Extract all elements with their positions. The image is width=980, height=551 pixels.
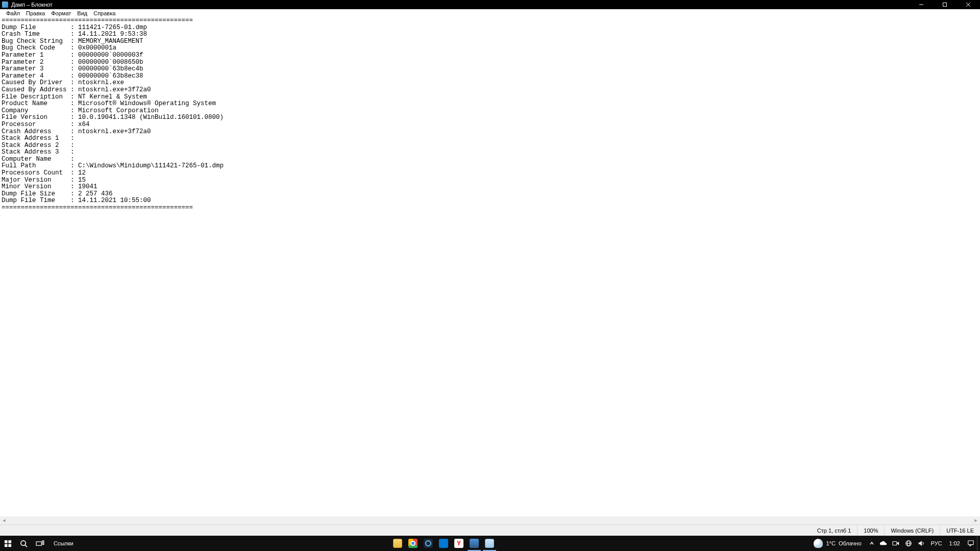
menu-view[interactable]: Вид xyxy=(74,10,90,16)
svg-rect-12 xyxy=(42,543,44,544)
window-titlebar: Дамп – Блокнот xyxy=(0,0,980,9)
svg-point-8 xyxy=(21,540,26,545)
taskbar-app-explorer[interactable] xyxy=(390,536,405,551)
notepad-statusbar: Стр 1, стлб 1 100% Windows (CRLF) UTF-16… xyxy=(0,524,980,536)
tray-overflow-button[interactable] xyxy=(867,536,877,551)
weather-cond: Облачно xyxy=(839,540,862,546)
text-editor[interactable]: ========================================… xyxy=(0,17,980,516)
close-button[interactable] xyxy=(957,0,980,9)
search-button[interactable] xyxy=(16,536,32,551)
svg-marker-18 xyxy=(919,541,922,546)
scroll-right-icon[interactable]: ► xyxy=(972,516,980,524)
weather-icon xyxy=(814,539,823,548)
taskbar-app-running1[interactable] xyxy=(467,536,482,551)
menu-format[interactable]: Формат xyxy=(48,10,74,16)
tray-network-icon[interactable] xyxy=(902,536,915,551)
svg-rect-13 xyxy=(893,542,897,545)
status-encoding: UTF-16 LE xyxy=(940,525,980,536)
taskbar-left: Ссылки xyxy=(0,536,79,551)
taskbar-app-yandex[interactable]: Y xyxy=(451,536,467,551)
svg-rect-11 xyxy=(42,540,44,542)
status-lineending: Windows (CRLF) xyxy=(884,525,940,536)
minimize-button[interactable] xyxy=(910,0,933,9)
tray-meet-now-icon[interactable] xyxy=(890,536,902,551)
editor-area: ========================================… xyxy=(0,17,980,536)
svg-rect-4 xyxy=(5,540,8,543)
svg-rect-6 xyxy=(5,544,8,547)
maximize-button[interactable] xyxy=(933,0,957,9)
menu-edit[interactable]: Правка xyxy=(23,10,48,16)
taskbar-app-steam[interactable] xyxy=(421,536,436,551)
tray-notifications-icon[interactable] xyxy=(964,536,977,551)
horizontal-scrollbar[interactable]: ◄ ► xyxy=(0,516,980,524)
taskbar-apps: Y xyxy=(79,536,809,551)
svg-rect-10 xyxy=(36,541,41,545)
task-view-button[interactable] xyxy=(32,536,48,551)
svg-line-9 xyxy=(25,545,27,547)
taskbar-app-notepad[interactable] xyxy=(482,536,497,551)
taskbar-app-chrome[interactable] xyxy=(405,536,421,551)
tray-onedrive-icon[interactable] xyxy=(877,536,890,551)
taskbar-app-media[interactable] xyxy=(436,536,451,551)
scroll-left-icon[interactable]: ◄ xyxy=(0,516,8,524)
svg-rect-5 xyxy=(8,540,11,543)
window-title: Дамп – Блокнот xyxy=(11,2,910,8)
status-position: Стр 1, стлб 1 xyxy=(811,525,857,536)
tray-volume-icon[interactable] xyxy=(915,536,928,551)
svg-marker-14 xyxy=(897,542,899,545)
taskbar-tray: 1°C Облачно РУС 1:02 xyxy=(808,536,980,551)
tray-language[interactable]: РУС xyxy=(928,536,945,551)
tray-clock[interactable]: 1:02 xyxy=(945,536,964,551)
menu-file[interactable]: Файл xyxy=(3,10,23,16)
status-zoom: 100% xyxy=(857,525,884,536)
weather-widget[interactable]: 1°C Облачно xyxy=(808,536,866,551)
start-button[interactable] xyxy=(0,536,16,551)
menu-bar: Файл Правка Формат Вид Справка xyxy=(0,9,980,17)
windows-taskbar: Ссылки Y 1°C Облачно РУС 1:02 xyxy=(0,536,980,551)
window-controls xyxy=(910,0,980,9)
weather-temp: 1°C xyxy=(826,540,835,546)
links-toolbar[interactable]: Ссылки xyxy=(48,536,79,551)
notepad-icon xyxy=(2,2,8,8)
show-desktop-button[interactable] xyxy=(977,536,980,551)
svg-rect-19 xyxy=(968,541,973,545)
svg-rect-1 xyxy=(943,3,947,7)
menu-help[interactable]: Справка xyxy=(90,10,118,16)
svg-rect-7 xyxy=(8,544,11,547)
